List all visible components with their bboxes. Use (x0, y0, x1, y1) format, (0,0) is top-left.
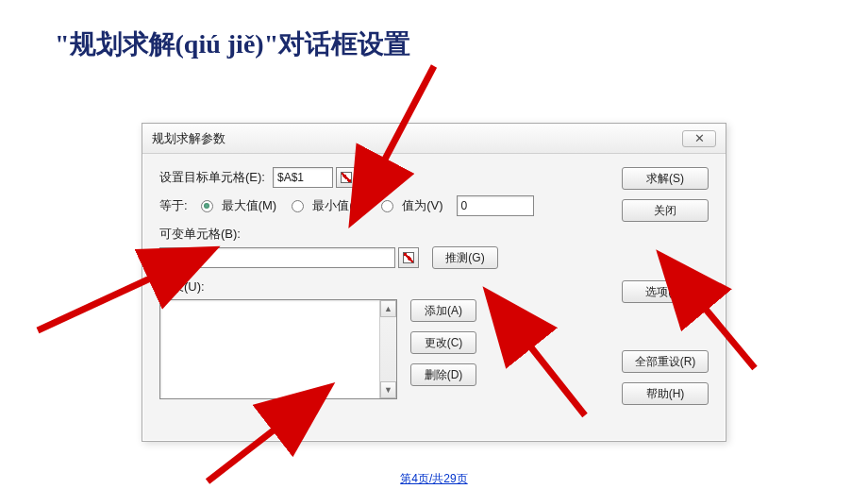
window-close-button[interactable]: ✕ (682, 130, 716, 147)
target-cell-input[interactable]: $A$1 (273, 167, 333, 188)
title-prefix: "规划求解 (55, 29, 175, 59)
changing-cells-input[interactable] (159, 247, 395, 268)
close-icon: ✕ (694, 131, 705, 145)
radio-min-label: 最小值(N) (312, 197, 366, 214)
title-suffix: "对话框设置 (264, 29, 411, 59)
constraints-list-content (160, 300, 379, 398)
help-button[interactable]: 帮助(H) (622, 382, 709, 405)
constraint-buttons-column: 添加(A) 更改(C) 删除(D) (410, 299, 476, 386)
page-number: 第4页/共29页 (400, 471, 467, 487)
options-button[interactable]: 选项(O) (622, 280, 709, 303)
right-buttons-column: 求解(S) 关闭 选项(O) 全部重设(R) 帮助(H) (622, 167, 709, 405)
constraints-listbox[interactable]: ▲ ▼ (159, 299, 397, 399)
changing-refedit-button[interactable] (398, 247, 419, 268)
guess-button[interactable]: 推测(G) (432, 246, 498, 269)
target-refedit-button[interactable] (336, 167, 357, 188)
value-input[interactable]: 0 (457, 195, 534, 216)
dialog-body: 设置目标单元格(E): $A$1 等于: 最大值(M) 最小值(N) 值为(V)… (142, 154, 726, 441)
radio-value[interactable] (381, 200, 393, 212)
reset-button[interactable]: 全部重设(R) (622, 350, 709, 373)
solver-dialog: 规划求解参数 ✕ 设置目标单元格(E): $A$1 等于: 最大值(M) 最小值… (142, 123, 726, 442)
refedit-icon (403, 252, 414, 263)
radio-min[interactable] (292, 200, 304, 212)
delete-button[interactable]: 删除(D) (410, 363, 476, 386)
scroll-up-button[interactable]: ▲ (380, 300, 396, 317)
target-cell-label: 设置目标单元格(E): (159, 169, 265, 186)
change-button[interactable]: 更改(C) (410, 331, 476, 354)
solve-button[interactable]: 求解(S) (622, 167, 709, 190)
radio-value-label: 值为(V) (402, 197, 442, 214)
slide-title: "规划求解(qiú jiě)"对话框设置 (55, 26, 410, 62)
refedit-icon (341, 172, 352, 183)
radio-max[interactable] (201, 200, 213, 212)
constraints-scrollbar[interactable]: ▲ ▼ (379, 300, 396, 398)
scroll-down-button[interactable]: ▼ (380, 381, 396, 398)
dialog-titlebar: 规划求解参数 ✕ (142, 124, 726, 154)
add-button[interactable]: 添加(A) (410, 299, 476, 322)
title-pinyin: (qiú jiě) (175, 29, 264, 59)
changing-cells-label: 可变单元格(B): (159, 227, 241, 241)
dialog-title: 规划求解参数 (152, 130, 225, 147)
radio-max-label: 最大值(M) (222, 197, 277, 214)
equal-to-label: 等于: (159, 197, 188, 214)
close-button[interactable]: 关闭 (622, 199, 709, 222)
